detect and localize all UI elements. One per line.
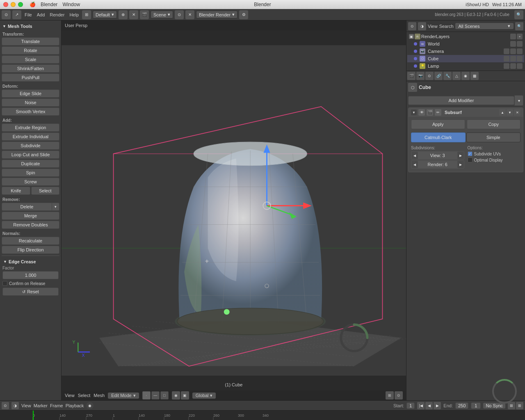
start-value[interactable]: 1 xyxy=(406,402,415,409)
renderlayers-icon-1[interactable] xyxy=(510,34,516,39)
viewport[interactable]: User Persp xyxy=(62,21,406,400)
props-modifier-icon[interactable]: 🔧 xyxy=(443,72,452,80)
simple-btn[interactable]: Simple xyxy=(466,132,521,142)
search-label[interactable]: Search xyxy=(439,24,454,29)
props-data-icon[interactable]: △ xyxy=(452,72,461,80)
optimal-display-checkbox[interactable] xyxy=(468,158,472,162)
add-modifier-btn[interactable]: Add Modifier xyxy=(408,96,514,105)
copy-btn[interactable]: Copy xyxy=(467,119,521,129)
smooth-vertex-btn[interactable]: Smooth Vertex xyxy=(2,107,59,116)
footer-view[interactable]: View xyxy=(65,393,75,398)
close-icon[interactable]: ✕ xyxy=(129,10,138,19)
camera-render-icon[interactable] xyxy=(510,48,516,54)
tree-item-renderlayers[interactable]: ▣ R RenderLayers + xyxy=(407,33,524,40)
loop-cut-slide-btn[interactable]: Loop Cut and Slide xyxy=(2,151,59,159)
renderer-settings-icon[interactable]: ⚙ xyxy=(239,10,248,19)
timeline-ruler[interactable]: 0 140 270 1 140 180 220 260 300 340 xyxy=(0,411,525,420)
maximize-button[interactable] xyxy=(18,2,23,7)
shrink-fatten-btn[interactable]: Shrink/Fatten xyxy=(2,64,59,73)
translate-btn[interactable]: Translate xyxy=(2,37,59,46)
add-menu[interactable]: Add xyxy=(35,12,47,17)
display-icon-2[interactable]: ▣ xyxy=(181,391,189,399)
fullscreen-icon[interactable]: ⊕ xyxy=(119,10,128,19)
toolbar-icon-2[interactable]: ↗ xyxy=(12,10,21,19)
tree-item-lamp[interactable]: 💡 Lamp xyxy=(407,62,524,70)
view-next-btn[interactable]: ▶ xyxy=(457,152,464,159)
current-frame[interactable]: 1 xyxy=(471,402,481,409)
screw-btn[interactable]: Screw xyxy=(2,178,59,186)
factor-input[interactable] xyxy=(2,271,59,279)
edge-slide-btn[interactable]: Edge Slide xyxy=(2,89,59,98)
cube-eye-icon[interactable] xyxy=(504,56,509,62)
view-timeline-btn[interactable]: View xyxy=(21,403,31,408)
search-icon[interactable]: 🔍 xyxy=(514,10,523,19)
help-menu[interactable]: Help xyxy=(68,12,80,17)
anim-icon[interactable]: ◉ xyxy=(86,402,94,409)
modifier-up-icon[interactable]: ▲ xyxy=(499,109,506,116)
edit-mode-dropdown[interactable]: Edit Mode▾ xyxy=(108,393,139,399)
footer-mesh[interactable]: Mesh xyxy=(94,393,105,398)
prev-frame-btn[interactable]: ◀ xyxy=(425,402,433,409)
scene-icon-2[interactable]: ◑ xyxy=(418,22,426,30)
jump-start-btn[interactable]: |◀ xyxy=(417,402,425,409)
tree-item-cube[interactable]: ⬡ Cube xyxy=(407,55,524,62)
modifier-down-icon[interactable]: ▼ xyxy=(507,109,513,116)
lamp-render-icon[interactable] xyxy=(510,63,516,69)
delete-dropdown[interactable]: ▾ xyxy=(52,203,59,211)
modifier-render-icon[interactable]: 🎬 xyxy=(427,109,433,116)
view-label[interactable]: View xyxy=(428,24,438,29)
modifier-delete-icon[interactable]: ✕ xyxy=(514,109,520,116)
render-menu[interactable]: Render xyxy=(48,12,66,17)
playback-btn[interactable]: Playback xyxy=(66,403,84,408)
vertex-select-icon[interactable]: · xyxy=(142,391,151,399)
view-prev-btn[interactable]: ◀ xyxy=(411,152,418,159)
global-dropdown[interactable]: Global▾ xyxy=(192,393,216,399)
merge-btn[interactable]: Merge xyxy=(2,212,59,220)
world-eye-icon[interactable] xyxy=(510,41,516,47)
props-object-icon[interactable]: ⊙ xyxy=(425,72,434,80)
display-icon-1[interactable]: ◉ xyxy=(172,391,180,399)
extrude-individual-btn[interactable]: Extrude Individual xyxy=(2,132,59,141)
render-icon[interactable]: 🎬 xyxy=(140,10,149,19)
props-scene-icon[interactable]: 🎬 xyxy=(407,72,415,80)
all-scenes-dropdown[interactable]: All Scenes▾ xyxy=(455,23,514,29)
render-prev-btn[interactable]: ◀ xyxy=(411,161,418,168)
delete-btn[interactable]: Delete xyxy=(2,203,52,211)
select-btn[interactable]: Select xyxy=(31,187,60,195)
flip-direction-btn[interactable]: Flip Direction xyxy=(2,246,59,254)
push-pull-btn[interactable]: PushPull xyxy=(2,73,59,82)
modifier-collapse-btn[interactable]: ▼ xyxy=(411,110,417,115)
scene-dropdown[interactable]: Scene ▾ xyxy=(151,11,173,18)
scale-btn[interactable]: Scale xyxy=(2,55,59,64)
snap-icon[interactable]: ⊞ xyxy=(386,391,394,399)
search-right-icon[interactable]: 🔍 xyxy=(515,22,523,30)
proportional-icon[interactable]: ⊙ xyxy=(395,391,403,399)
timeline-icon[interactable]: ⊙ xyxy=(2,402,9,409)
add-modifier-arrow[interactable]: ▾ xyxy=(514,95,523,106)
marker-btn[interactable]: Marker xyxy=(34,403,48,408)
render-next-btn[interactable]: ▶ xyxy=(457,161,464,168)
props-render-icon[interactable]: 📷 xyxy=(416,72,425,80)
frame-btn[interactable]: Frame xyxy=(50,403,63,408)
end-value[interactable]: 250 xyxy=(455,402,468,409)
face-select-icon[interactable]: □ xyxy=(160,391,169,399)
confirm-checkbox[interactable] xyxy=(2,281,7,286)
reset-btn[interactable]: ↺ Reset xyxy=(2,288,59,296)
lamp-settings-icon[interactable] xyxy=(517,63,523,69)
close-button[interactable] xyxy=(3,2,8,7)
mac-menu[interactable]: 🍎 Blender Window xyxy=(30,2,80,7)
window-controls[interactable] xyxy=(3,2,23,7)
scene-icon-2[interactable]: ✕ xyxy=(185,10,194,19)
subdivide-btn[interactable]: Subdivide xyxy=(2,142,59,150)
toolbar-icon-1[interactable]: ⊙ xyxy=(2,10,11,19)
select-mode-icons[interactable]: · — □ xyxy=(142,391,169,399)
extrude-region-btn[interactable]: Extrude Region xyxy=(2,123,59,132)
subdivide-uvs-checkbox[interactable]: ✓ xyxy=(468,151,472,156)
edge-select-icon[interactable]: — xyxy=(151,391,160,399)
screen-layout-icon[interactable]: ⊞ xyxy=(82,10,91,19)
timeline-icon-4[interactable]: ⊞ xyxy=(516,402,523,409)
tree-item-world[interactable]: W World xyxy=(407,40,524,48)
apple-menu[interactable]: 🍎 xyxy=(30,2,36,7)
scene-icon-1[interactable]: ⊙ xyxy=(408,22,416,30)
blender-menu[interactable]: Blender xyxy=(41,2,57,7)
